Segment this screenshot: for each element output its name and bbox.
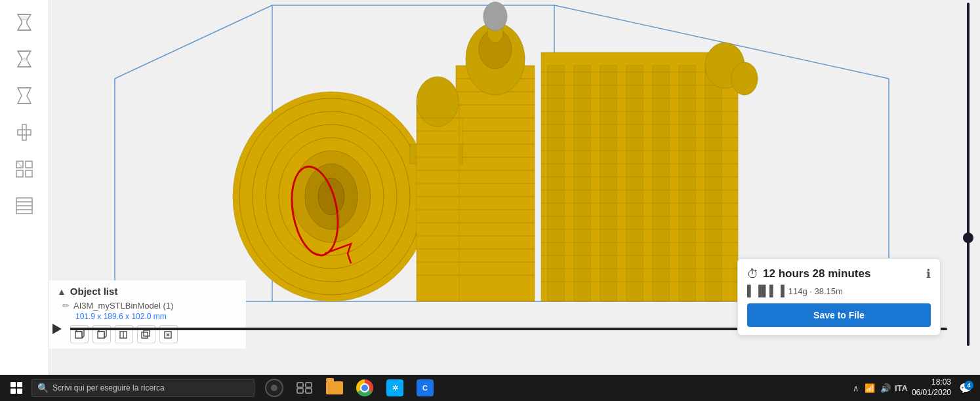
cursor-label: C [422,384,428,392]
chrome-icon [356,379,373,396]
svg-line-6 [16,161,23,168]
object-dimensions: 101.9 x 189.6 x 102.0 mm [57,312,238,321]
cortana-app[interactable] [260,375,289,400]
vertical-slider-thumb[interactable] [963,233,973,243]
chrome-app[interactable] [350,375,379,400]
svg-rect-50 [541,52,738,301]
object-item-name: AI3M_mySTLBinModel (1) [73,301,173,311]
folder-icon [326,381,343,394]
svg-rect-55 [653,66,669,301]
svg-rect-51 [548,66,564,301]
tray-expand-icon[interactable]: ∧ [851,382,861,394]
vertical-slider [962,0,975,349]
search-bar[interactable]: 🔍 Scrivi qui per eseguire la ricerca [31,379,255,397]
tray-icons: ∧ 📶 🔊 ITA [851,382,908,394]
svg-rect-56 [679,66,695,301]
object-list-panel: ▲ Object list ✏ AI3M_mySTLBinModel (1) 1… [49,280,246,349]
win-tile-2 [17,382,22,387]
svg-rect-52 [574,66,590,301]
collapse-chevron[interactable]: ▲ [57,286,66,297]
svg-rect-107 [297,383,303,387]
play-button[interactable] [49,321,65,337]
search-icon: 🔍 [37,383,49,393]
svg-rect-79 [417,105,459,301]
object-item: ✏ AI3M_mySTLBinModel (1) [57,301,238,311]
scale-icon[interactable] [7,115,41,149]
svg-rect-108 [306,383,312,387]
svg-point-48 [487,23,503,43]
time-text: 12 hours 28 minutes [763,267,870,280]
object-list-title: Object list [70,286,118,297]
svg-rect-28 [456,66,535,301]
viewport: ▲ Object list ✏ AI3M_mySTLBinModel (1) 1… [0,0,980,375]
svg-rect-57 [705,66,722,301]
left-toolbar [0,0,49,375]
cursor-app[interactable]: C [411,375,439,400]
klite-icon: ✲ [386,379,403,396]
svg-line-17 [554,5,889,79]
svg-rect-53 [600,66,617,301]
svg-rect-78 [410,144,462,164]
vertical-slider-track[interactable] [967,3,970,346]
app-container: ▲ Object list ✏ AI3M_mySTLBinModel (1) 1… [0,0,980,401]
save-to-file-button[interactable]: Save to File [747,303,931,327]
svg-point-80 [417,77,459,126]
grid-slice-icon[interactable] [7,189,41,223]
notification-center[interactable]: 💬 4 [955,378,976,398]
svg-rect-109 [297,389,303,393]
win-tile-4 [17,389,22,394]
taskbar: 🔍 Scrivi qui per eseguire la ricerca [0,375,980,401]
weight-text: 114g · 38.15m [788,286,843,296]
win-tile-3 [10,389,16,394]
hourglass-empty-icon[interactable] [7,79,41,113]
notification-badge: 4 [964,381,973,390]
annotation-arrow [325,240,364,267]
svg-point-76 [731,62,758,95]
folder-app[interactable] [320,375,349,400]
svg-rect-54 [626,66,643,301]
start-button[interactable] [4,378,29,398]
info-card-time-row: ⏱ 12 hours 28 minutes ℹ [747,267,931,281]
system-tray: ∧ 📶 🔊 ITA 18:03 06/01/2020 💬 4 [851,377,976,398]
layers-grid-icon[interactable] [7,152,41,186]
svg-rect-1 [18,130,31,135]
play-icon [52,324,62,334]
tray-time-text: 18:03 [931,377,951,388]
svg-rect-0 [22,124,26,140]
svg-point-49 [483,2,507,31]
tray-date-text: 06/01/2020 [912,388,951,398]
language-indicator[interactable]: ITA [895,383,908,393]
search-placeholder-text: Scrivi qui per eseguire la ricerca [52,383,165,392]
cortana-inner [271,385,277,391]
hourglass-top-icon[interactable] [7,5,41,39]
time-display: ⏱ 12 hours 28 minutes [747,267,870,281]
svg-rect-4 [16,170,23,177]
svg-point-45 [466,23,525,95]
task-view-app[interactable] [290,375,319,400]
klite-app[interactable]: ✲ [380,375,409,400]
svg-rect-110 [306,389,312,393]
svg-rect-77 [430,118,462,144]
info-detail-icon[interactable]: ℹ [926,267,931,281]
network-icon[interactable]: 📶 [863,382,876,394]
edit-icon: ✏ [62,301,70,311]
svg-rect-5 [26,170,32,177]
klite-symbol: ✲ [392,384,398,392]
svg-point-46 [479,29,512,69]
cortana-icon [265,379,283,397]
tray-clock[interactable]: 18:03 06/01/2020 [912,377,951,398]
slider-fill [70,328,815,330]
object-list-header: ▲ Object list [57,286,238,297]
clock-icon: ⏱ [747,267,759,281]
volume-icon[interactable]: 🔊 [879,382,892,394]
svg-rect-3 [26,161,32,168]
win-tile-1 [10,382,16,387]
cursor-icon: C [417,379,434,396]
hourglass-mid-icon[interactable] [7,42,41,76]
barcode-icon: ▌▐▌▌▐ [747,285,785,297]
task-view-icon [296,382,312,394]
svg-point-75 [705,43,745,88]
info-card-weight-row: ▌▐▌▌▐ 114g · 38.15m [747,285,931,297]
info-card: ⏱ 12 hours 28 minutes ℹ ▌▐▌▌▐ 114g · 38.… [737,258,941,335]
windows-icon [10,382,22,394]
